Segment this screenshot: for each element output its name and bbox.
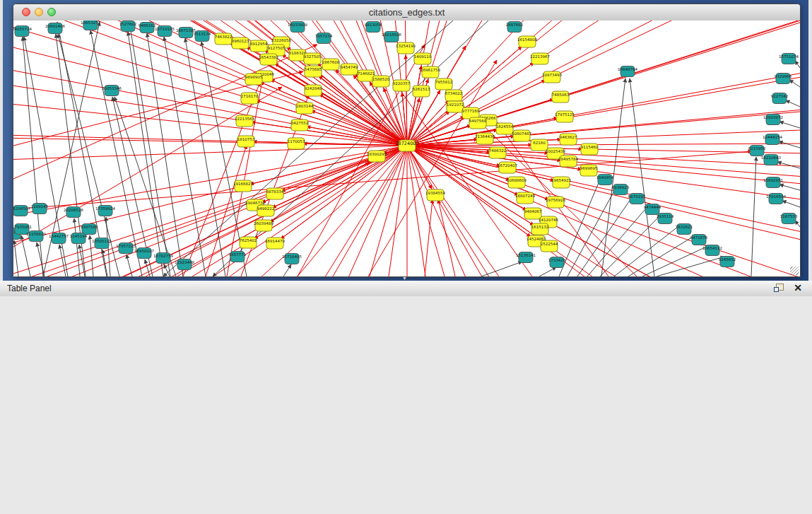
graph-node-label: 10654112 xyxy=(702,246,722,250)
graph-node-label: 20206526 xyxy=(64,208,83,212)
graph-node-label: 19046738 xyxy=(245,201,265,205)
graph-node-label: 9466162 xyxy=(139,23,156,28)
graph-node-label: 16033809 xyxy=(288,23,307,27)
table-panel-title: Table Panel xyxy=(7,284,52,293)
graph-node-label: 26039489 xyxy=(254,221,273,226)
graph-node-label: 2718170 xyxy=(241,94,259,98)
graph-node-label: 1640954 xyxy=(596,175,614,180)
graph-node-label: 9115460 xyxy=(581,145,599,149)
graph-node-label: 1921072 xyxy=(447,103,464,107)
graph-node-label: 9857771 xyxy=(229,252,247,257)
graph-node-label: 7955812 xyxy=(435,80,453,84)
graph-node-label: 9327505 xyxy=(304,54,322,59)
graph-node-label: 16543382 xyxy=(259,55,278,59)
graph-node-label: 9484067 xyxy=(524,209,542,214)
graph-node-label: 8220357 xyxy=(393,81,411,86)
graph-node-label: 10807487 xyxy=(512,132,531,136)
graph-node-label: 1527602 xyxy=(119,22,137,26)
graph-node-label: 8215958 xyxy=(748,146,766,151)
graph-node-label: 10653257 xyxy=(81,21,100,25)
graph-node-label: 8878334 xyxy=(266,189,284,194)
graph-node-label: 2189145 xyxy=(31,204,49,209)
citation-network-graph[interactable]: 1872400774638228960123891295423226058912… xyxy=(13,21,800,276)
graph-node-label: 7463822 xyxy=(215,35,233,39)
graph-node-label: 1409110 xyxy=(414,54,432,59)
graph-node-label: 6679197 xyxy=(628,194,646,199)
graph-node-label: 17957223 xyxy=(116,244,136,248)
graph-node-label: 24055724 xyxy=(13,27,32,31)
graph-node-label: 9498222 xyxy=(257,206,275,211)
graph-node-label: 9127505 xyxy=(268,46,286,50)
graph-node-label: 1733426 xyxy=(548,258,566,262)
graph-node-label: 8454749 xyxy=(341,65,358,69)
graph-node-label: 2687682 xyxy=(506,23,524,27)
graph-node-label: 23226058 xyxy=(271,38,291,42)
graph-node-label: 19756928 xyxy=(546,198,565,202)
window-title: citations_edges.txt xyxy=(13,7,800,18)
graph-node-label: 2935114 xyxy=(657,214,674,218)
graph-node-label: 8427552 xyxy=(291,121,309,125)
graph-node-label: 7485063 xyxy=(552,93,570,97)
graph-node-label: 9699695 xyxy=(580,166,598,170)
graph-node-label: 9898905 xyxy=(245,75,263,79)
graph-node-label: 14120746 xyxy=(539,218,558,222)
graph-node-label: 10025438 xyxy=(546,149,565,153)
graph-node-label: 6261513 xyxy=(413,87,430,91)
graph-node-label: 8912954 xyxy=(250,42,268,46)
graph-node-label: 17935061 xyxy=(13,225,32,229)
application-window: { "window": { "title": "citations_edges.… xyxy=(0,0,812,514)
graph-node-label: 19218506 xyxy=(382,33,401,37)
graph-node-label: 7146821 xyxy=(358,71,375,76)
graph-node-label: 1170053 xyxy=(288,139,305,144)
float-panel-icon[interactable] xyxy=(774,284,784,293)
graph-node-label: 9227342 xyxy=(771,94,789,98)
graph-node-label: 15716485 xyxy=(282,255,302,259)
network-view-window[interactable]: citations_edges.txt 18724007746382289601… xyxy=(13,4,801,277)
graph-node-label: 6497568 xyxy=(469,119,487,123)
graph-node-label: 12923448 xyxy=(175,260,194,264)
graph-node-label: 2867608 xyxy=(322,60,340,64)
graph-node-label: 2803144 xyxy=(296,104,314,108)
graph-node-label: 8960123 xyxy=(232,39,249,43)
table-panel-body: ⚙ ✔ ✔ ✕ f(x) citations_edges.txt namein_… xyxy=(0,296,812,514)
graph-node-label: 16958107 xyxy=(134,249,154,253)
graph-node-label: 19166827 xyxy=(233,182,253,186)
window-titlebar[interactable]: citations_edges.txt xyxy=(13,4,800,21)
network-canvas[interactable]: 1872400774638228960123891295423226058912… xyxy=(13,21,800,276)
split-pane-handle[interactable]: ▼ xyxy=(402,276,407,281)
graph-node-label: 12213563 xyxy=(235,117,254,121)
graph-node-label: 19384554 xyxy=(425,191,445,195)
graph-node-label: 9245652 xyxy=(719,257,736,262)
graph-node-label: 15692951 xyxy=(763,178,783,182)
graph-node-label: 8813054 xyxy=(365,23,382,27)
graph-node-label: 21364436 xyxy=(475,134,495,139)
graph-node-label: 10973493 xyxy=(542,73,562,77)
graph-node-label: 16210643 xyxy=(761,156,781,160)
graph-node-label: 7857234 xyxy=(315,34,333,38)
graph-node-label: 8471676 xyxy=(690,235,708,240)
graph-node-label: 18724007 xyxy=(395,141,418,146)
graph-node-label: 17359924 xyxy=(95,206,115,211)
graph-node-label: 13254190 xyxy=(396,44,416,48)
close-panel-icon[interactable]: ✕ xyxy=(794,282,802,293)
graph-node-label: 7632621 xyxy=(676,225,693,229)
graph-node-label: 62160 xyxy=(533,141,546,145)
graph-node-label: 1145194 xyxy=(70,234,88,238)
graph-node-label: 18300295 xyxy=(367,152,387,156)
graph-node-label: 7486322 xyxy=(489,148,507,153)
network-desktop: citations_edges.txt 18724007746382289601… xyxy=(3,0,808,281)
graph-node-label: 20053346 xyxy=(102,86,122,90)
graph-node-label: 12444154 xyxy=(763,135,782,139)
graph-node-label: 16154808 xyxy=(517,37,537,42)
graph-node-label: 28495784 xyxy=(558,157,578,161)
resize-grip-icon[interactable] xyxy=(790,267,799,275)
graph-node-label: 1167533 xyxy=(780,214,798,218)
graph-node-label: 11156829 xyxy=(26,232,46,236)
table-panel-titlebar: Table Panel ✕ xyxy=(0,281,812,297)
graph-node-label: 9777169 xyxy=(462,109,480,113)
graph-node-label: 5475685 xyxy=(305,67,322,71)
graph-node-label: 9463627 xyxy=(560,135,577,139)
graph-node-label: 12213967 xyxy=(530,54,550,59)
graph-node-label: 9474444 xyxy=(644,205,661,209)
graph-node-label: 17016504 xyxy=(766,194,786,199)
